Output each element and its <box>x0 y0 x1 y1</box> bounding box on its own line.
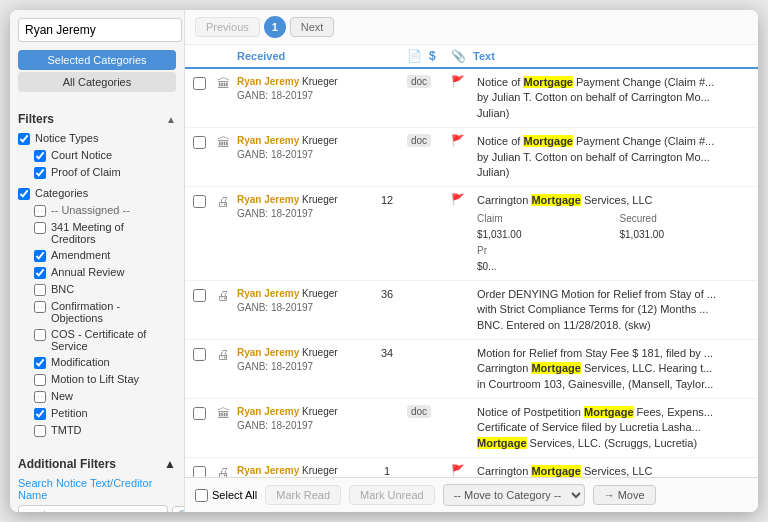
petition-checkbox[interactable] <box>34 408 46 420</box>
select-all-label: Select All <box>212 489 257 501</box>
current-page: 1 <box>264 16 286 38</box>
motion-lift-stay-label: Motion to Lift Stay <box>51 373 139 385</box>
motion-lift-stay-checkbox[interactable] <box>34 374 46 386</box>
next-button[interactable]: Next <box>290 17 335 37</box>
notice-types-checkbox[interactable] <box>18 133 30 145</box>
proof-of-claim-item: Proof of Claim <box>34 164 176 181</box>
row-date-1: Ryan Jeremy Krueger GANB: 18-20197 <box>237 75 367 103</box>
row-checkbox-6[interactable] <box>193 405 217 420</box>
annual-review-label: Annual Review <box>51 266 124 278</box>
annual-review-checkbox[interactable] <box>34 267 46 279</box>
amendment-checkbox[interactable] <box>34 250 46 262</box>
modification-item: Modification <box>34 354 176 371</box>
cos-checkbox[interactable] <box>34 329 46 341</box>
341-label: 341 Meeting ofCreditors <box>51 221 124 245</box>
court-notice-checkbox[interactable] <box>34 150 46 162</box>
search-input[interactable] <box>18 18 182 42</box>
col-clip-icon: 📎 <box>451 49 473 63</box>
table-row: 🏛 Ryan Jeremy Krueger GANB: 18-20197 doc… <box>185 69 758 128</box>
row-flag-3: 🚩 <box>451 193 473 206</box>
filter-search-row: 🔍 <box>18 505 176 512</box>
row-text-7: Carrington Mortgage Services, LLC ClaimS… <box>473 464 750 477</box>
additional-filters-section: Additional Filters ▲ Search Notice Text/… <box>10 451 184 512</box>
bank-icon-6: 🏛 <box>217 405 237 421</box>
categories-sub: -- Unassigned -- 341 Meeting ofCreditors… <box>18 202 176 439</box>
selected-categories-tab[interactable]: Selected Categories <box>18 50 176 70</box>
row-date-7: Ryan Jeremy Krueger GANB: 18-20197 <box>237 464 367 477</box>
categories-parent: Categories <box>18 185 176 202</box>
bnc-label: BNC <box>51 283 74 295</box>
col-received-header[interactable]: Received <box>237 50 367 62</box>
bnc-checkbox[interactable] <box>34 284 46 296</box>
move-to-category-select[interactable]: -- Move to Category -- <box>443 484 585 506</box>
unassigned-label: -- Unassigned -- <box>51 204 130 216</box>
mark-read-button[interactable]: Mark Read <box>265 485 341 505</box>
additional-filters-label: Additional Filters <box>18 457 116 471</box>
select-all-row: Select All <box>195 489 257 502</box>
mark-unread-button[interactable]: Mark Unread <box>349 485 435 505</box>
confirmation-label: Confirmation -Objections <box>51 300 120 324</box>
proof-of-claim-label: Proof of Claim <box>51 166 121 178</box>
select-all-checkbox[interactable] <box>195 489 208 502</box>
modification-checkbox[interactable] <box>34 357 46 369</box>
notice-types-parent: Notice Types <box>18 130 176 147</box>
row-count-1 <box>367 75 407 76</box>
search-notice-link[interactable]: Search Notice Text/Creditor Name <box>18 477 176 501</box>
row-count-5: 34 <box>367 346 407 359</box>
results-list: 🏛 Ryan Jeremy Krueger GANB: 18-20197 doc… <box>185 69 758 477</box>
confirmation-checkbox[interactable] <box>34 301 46 313</box>
bnc-item: BNC <box>34 281 176 298</box>
row-flag-2: 🚩 <box>451 134 473 147</box>
new-checkbox[interactable] <box>34 391 46 403</box>
move-button[interactable]: → Move <box>593 485 656 505</box>
bottom-bar: Select All Mark Read Mark Unread -- Move… <box>185 477 758 512</box>
row-count-2 <box>367 134 407 135</box>
row-checkbox-7[interactable] <box>193 464 217 477</box>
table-row: 🖨 Ryan Jeremy Krueger GANB: 18-20197 12 … <box>185 187 758 280</box>
row-checkbox-3[interactable] <box>193 193 217 208</box>
court-notice-label: Court Notice <box>51 149 112 161</box>
341-checkbox[interactable] <box>34 222 46 234</box>
fax-icon-5: 🖨 <box>217 346 237 362</box>
tmtd-checkbox[interactable] <box>34 425 46 437</box>
new-item: New <box>34 388 176 405</box>
row-flag-7: 🚩 <box>451 464 473 477</box>
petition-label: Petition <box>51 407 88 419</box>
confirmation-item: Confirmation -Objections <box>34 298 176 326</box>
main-window: 🔍 Selected Categories All Categories Fil… <box>10 10 758 512</box>
previous-button[interactable]: Previous <box>195 17 260 37</box>
row-date-4: Ryan Jeremy Krueger GANB: 18-20197 <box>237 287 367 315</box>
row-checkbox-4[interactable] <box>193 287 217 302</box>
table-row: 🖨 Ryan Jeremy Krueger GANB: 18-20197 36 … <box>185 281 758 340</box>
unassigned-checkbox[interactable] <box>34 205 46 217</box>
row-count-4: 36 <box>367 287 407 300</box>
row-date-2: Ryan Jeremy Krueger GANB: 18-20197 <box>237 134 367 162</box>
row-checkbox-2[interactable] <box>193 134 217 149</box>
fax-icon-3: 🖨 <box>217 193 237 209</box>
new-label: New <box>51 390 73 402</box>
bank-icon-2: 🏛 <box>217 134 237 150</box>
additional-filters-header: Additional Filters ▲ <box>18 457 176 471</box>
categories-checkbox[interactable] <box>18 188 30 200</box>
all-categories-tab[interactable]: All Categories <box>18 72 176 92</box>
row-date-6: Ryan Jeremy Krueger GANB: 18-20197 <box>237 405 367 433</box>
pagination-bar: Previous 1 Next <box>185 10 758 45</box>
row-checkbox-1[interactable] <box>193 75 217 90</box>
filter-search-input[interactable] <box>18 505 168 512</box>
proof-of-claim-checkbox[interactable] <box>34 167 46 179</box>
row-count-7: 1 <box>367 464 407 477</box>
row-checkbox-5[interactable] <box>193 346 217 361</box>
petition-item: Petition <box>34 405 176 422</box>
341-item: 341 Meeting ofCreditors <box>34 219 176 247</box>
content-area: Previous 1 Next Received 📄 $ 📎 Text 🏛 <box>185 10 758 512</box>
row-flag-1: 🚩 <box>451 75 473 88</box>
additional-filters-chevron[interactable]: ▲ <box>164 457 176 471</box>
filter-search-button[interactable]: 🔍 <box>172 506 185 513</box>
col-dollar-icon: $ <box>429 49 451 63</box>
row-text-2: Notice of Mortgage Payment Change (Claim… <box>473 134 750 180</box>
row-text-6: Notice of Postpetition Mortgage Fees, Ex… <box>473 405 750 451</box>
cos-item: COS - Certificate ofService <box>34 326 176 354</box>
row-text-5: Motion for Relief from Stay Fee $ 181, f… <box>473 346 750 392</box>
filters-chevron[interactable]: ▲ <box>166 114 176 125</box>
filters-section-header: Filters ▲ <box>10 108 184 130</box>
